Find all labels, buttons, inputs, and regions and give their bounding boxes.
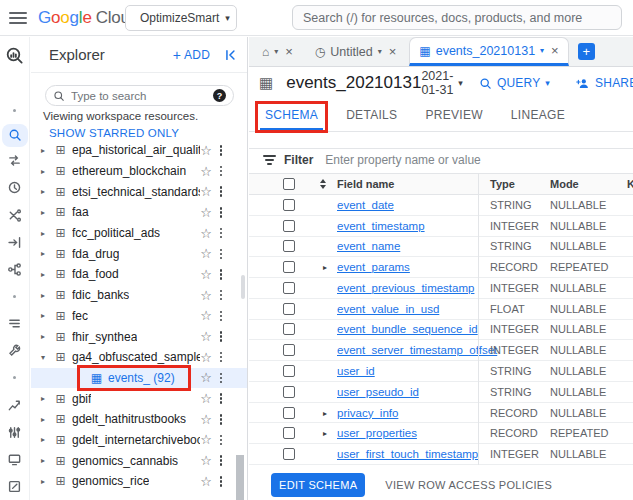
row-checkbox[interactable] bbox=[283, 427, 295, 439]
row-checkbox[interactable] bbox=[283, 407, 295, 419]
tab-preview[interactable]: PREVIEW bbox=[411, 99, 496, 131]
tree-dataset-item[interactable]: ▸⊞gdelt_hathitrustbooks☆ bbox=[31, 409, 247, 430]
monitoring-icon[interactable] bbox=[0, 446, 30, 473]
collapse-panel-icon[interactable] bbox=[223, 48, 237, 62]
project-selector[interactable]: OptimizeSmart ▾ bbox=[125, 5, 237, 31]
tree-dataset-item[interactable]: ▸⊞faa☆ bbox=[31, 202, 247, 223]
more-menu-icon[interactable] bbox=[218, 267, 225, 282]
tree-dataset-item[interactable]: ▸⊞fcc_political_ads☆ bbox=[31, 223, 247, 244]
filter-input[interactable] bbox=[325, 153, 633, 167]
sort-icon[interactable] bbox=[320, 179, 326, 189]
row-checkbox[interactable] bbox=[283, 282, 295, 294]
tab-details[interactable]: DETAILS bbox=[332, 99, 411, 131]
field-name-link[interactable]: event_params bbox=[337, 261, 410, 273]
tree-table-item[interactable]: ▦events_ (92)☆ bbox=[31, 368, 247, 389]
field-name-link[interactable]: user_first_touch_timestamp bbox=[337, 448, 478, 460]
tree-dataset-item[interactable]: ▾⊞ga4_obfuscated_sample...☆ bbox=[31, 347, 247, 368]
more-menu-icon[interactable] bbox=[218, 184, 225, 199]
edit-schema-button[interactable]: EDIT SCHEMA bbox=[271, 473, 365, 497]
tree-dataset-item[interactable]: ▸⊞gdelt_internetarchiveboo...☆ bbox=[31, 430, 247, 451]
capacity-chart-icon[interactable] bbox=[0, 391, 30, 418]
field-name-link[interactable]: user_properties bbox=[337, 427, 417, 439]
row-checkbox[interactable] bbox=[283, 344, 295, 356]
row-checkbox[interactable] bbox=[283, 220, 295, 232]
scrollbar-thumb[interactable] bbox=[236, 455, 244, 500]
row-checkbox[interactable] bbox=[283, 240, 295, 252]
row-checkbox[interactable] bbox=[283, 199, 295, 211]
more-menu-icon[interactable] bbox=[218, 205, 225, 220]
bigquery-logo[interactable] bbox=[0, 37, 30, 74]
more-menu-icon[interactable] bbox=[218, 309, 225, 324]
editor-tab-query[interactable]: ◷Untitled▾× bbox=[306, 37, 405, 66]
field-name-link[interactable]: event_previous_timestamp bbox=[337, 282, 474, 294]
more-menu-icon[interactable] bbox=[218, 474, 225, 489]
field-name-link[interactable]: event_timestamp bbox=[337, 220, 425, 232]
admin-wrench-icon[interactable] bbox=[0, 337, 30, 364]
field-name-link[interactable]: event_value_in_usd bbox=[337, 303, 439, 315]
dataform-tree-icon[interactable] bbox=[0, 256, 30, 283]
add-data-button[interactable]: + ADD bbox=[173, 47, 210, 63]
tree-dataset-item[interactable]: ▸⊞genomics_rice☆ bbox=[31, 471, 247, 492]
more-menu-icon[interactable] bbox=[218, 391, 225, 406]
row-checkbox[interactable] bbox=[283, 448, 295, 460]
query-button[interactable]: QUERY ▾ bbox=[479, 76, 550, 90]
migration-list-icon[interactable] bbox=[0, 310, 30, 337]
tree-dataset-item[interactable]: ▸⊞ethereum_blockchain☆ bbox=[31, 161, 247, 182]
more-menu-icon[interactable] bbox=[218, 453, 225, 468]
more-menu-icon[interactable] bbox=[218, 329, 225, 344]
scheduled-queries-icon[interactable] bbox=[0, 174, 30, 201]
field-name-link[interactable]: user_pseudo_id bbox=[337, 386, 419, 398]
search-icon[interactable] bbox=[2, 124, 28, 148]
tree-dataset-item[interactable]: ▸⊞epa_historical_air_quality☆ bbox=[31, 140, 247, 161]
tree-dataset-item[interactable]: ▸⊞fec☆ bbox=[31, 306, 247, 327]
more-menu-icon[interactable] bbox=[218, 433, 225, 448]
editor-tab-table[interactable]: ▦events_20210131▾× bbox=[409, 37, 568, 66]
field-name-link[interactable]: event_bundle_sequence_id bbox=[337, 323, 478, 335]
tree-dataset-item[interactable]: ▸⊞fdic_banks☆ bbox=[31, 285, 247, 306]
more-menu-icon[interactable] bbox=[218, 371, 225, 386]
global-search-bar[interactable] bbox=[292, 5, 622, 30]
tree-dataset-item[interactable]: ▸⊞fda_drug☆ bbox=[31, 243, 247, 264]
add-tab-button[interactable]: + bbox=[578, 43, 595, 60]
view-row-access-policies-button[interactable]: VIEW ROW ACCESS POLICIES bbox=[385, 479, 552, 491]
global-search-input[interactable] bbox=[303, 11, 611, 25]
compose-icon[interactable] bbox=[0, 473, 30, 500]
tab-lineage[interactable]: LINEAGE bbox=[497, 99, 579, 131]
field-name-link[interactable]: event_server_timestamp_offset bbox=[337, 344, 497, 356]
scrollbar-thumb[interactable] bbox=[241, 275, 245, 299]
tree-dataset-item[interactable]: ▸⊞gbif☆ bbox=[31, 388, 247, 409]
more-menu-icon[interactable] bbox=[218, 288, 225, 303]
more-menu-icon[interactable] bbox=[218, 412, 225, 427]
show-starred-only-link[interactable]: SHOW STARRED ONLY bbox=[49, 127, 235, 139]
data-transfers-icon[interactable] bbox=[0, 229, 30, 256]
more-menu-icon[interactable] bbox=[218, 247, 225, 262]
share-button[interactable]: SHARE bbox=[576, 76, 633, 90]
date-selector[interactable]: 2021-01-31 ▾ bbox=[421, 69, 463, 97]
editor-tab-home[interactable]: ⌂▾× bbox=[253, 37, 302, 66]
compare-arrows-icon[interactable] bbox=[0, 147, 30, 174]
tree-dataset-item[interactable]: ▸⊞etsi_technical_standards☆ bbox=[31, 181, 247, 202]
row-checkbox[interactable] bbox=[283, 386, 295, 398]
more-menu-icon[interactable] bbox=[218, 143, 225, 158]
explorer-search-box[interactable]: ? bbox=[45, 85, 234, 106]
row-checkbox[interactable] bbox=[283, 323, 295, 335]
field-name-link[interactable]: privacy_info bbox=[337, 407, 398, 419]
help-icon[interactable]: ? bbox=[213, 89, 226, 102]
bi-engine-icon[interactable] bbox=[0, 419, 30, 446]
tab-schema[interactable]: SCHEMA bbox=[251, 99, 332, 131]
analytics-hub-icon[interactable] bbox=[0, 202, 30, 229]
explorer-search-input[interactable] bbox=[71, 90, 207, 102]
tree-dataset-item[interactable]: ▸⊞fhir_synthea☆ bbox=[31, 326, 247, 347]
row-checkbox[interactable] bbox=[283, 261, 295, 273]
field-name-link[interactable]: user_id bbox=[337, 365, 375, 377]
tree-dataset-item[interactable]: ▸⊞fda_food☆ bbox=[31, 264, 247, 285]
row-checkbox[interactable] bbox=[283, 365, 295, 377]
more-menu-icon[interactable] bbox=[218, 350, 225, 365]
select-all-checkbox[interactable] bbox=[283, 178, 295, 190]
field-name-link[interactable]: event_date bbox=[337, 199, 394, 211]
hamburger-menu-icon[interactable] bbox=[9, 12, 27, 24]
column-header-field-name[interactable]: Field name bbox=[337, 178, 394, 190]
field-name-link[interactable]: event_name bbox=[337, 240, 400, 252]
more-menu-icon[interactable] bbox=[218, 164, 225, 179]
more-menu-icon[interactable] bbox=[218, 226, 225, 241]
